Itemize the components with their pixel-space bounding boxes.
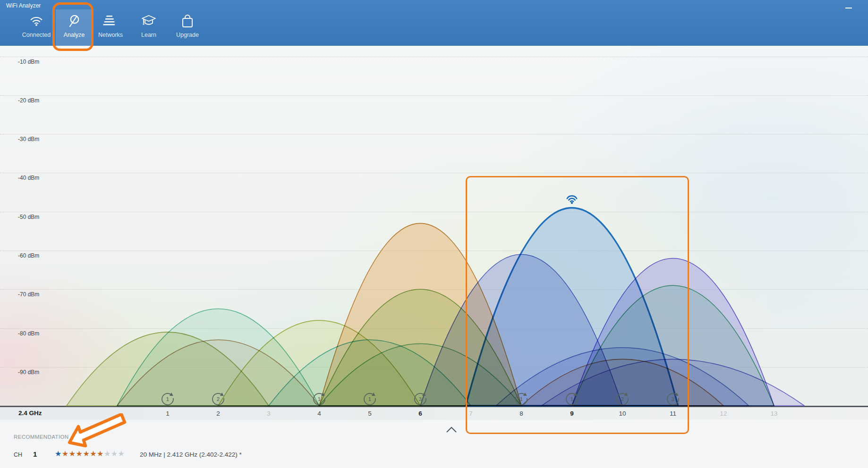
channel-number: 4 bbox=[317, 410, 321, 417]
gridline bbox=[0, 289, 868, 290]
channel-number: 12 bbox=[720, 410, 727, 417]
y-tick-label: -90 dBm bbox=[18, 369, 39, 376]
minimize-button[interactable] bbox=[842, 4, 855, 12]
channel-number: 3 bbox=[267, 410, 271, 417]
gridline bbox=[0, 95, 868, 96]
channel-label: CH bbox=[14, 451, 22, 458]
y-tick-label: -10 dBm bbox=[18, 58, 39, 65]
y-tick-label: -50 dBm bbox=[18, 214, 39, 220]
networks-icon bbox=[103, 14, 118, 26]
tab-learn[interactable]: Learn bbox=[130, 9, 167, 46]
tab-label: Networks bbox=[98, 32, 123, 38]
tab-networks[interactable]: Networks bbox=[92, 9, 129, 46]
y-tick-label: -70 dBm bbox=[18, 291, 39, 298]
channel-number: 2 bbox=[216, 410, 220, 417]
gridline bbox=[0, 134, 868, 134]
channel-number: 1 bbox=[166, 410, 170, 417]
recommendation-details: 20 MHz | 2.412 GHz (2.402-2.422) * bbox=[140, 451, 242, 458]
band-label: 2.4 GHz bbox=[18, 410, 42, 417]
tab-connected[interactable]: Connected bbox=[18, 9, 55, 46]
wifi-icon bbox=[29, 14, 44, 26]
channel-number: 13 bbox=[770, 410, 777, 417]
learn-graduation-cap-icon bbox=[141, 14, 157, 27]
gridline bbox=[0, 212, 868, 212]
gridline bbox=[0, 173, 868, 173]
gridline bbox=[0, 328, 868, 329]
tab-upgrade[interactable]: Upgrade bbox=[169, 9, 206, 46]
spectrum-chart: -10 dBm -20 dBm -30 dBm -40 dBm -50 dBm … bbox=[0, 46, 868, 406]
channel-number: 5 bbox=[368, 410, 372, 417]
y-tick-label: -40 dBm bbox=[18, 175, 39, 181]
analyze-tab-highlight-ring bbox=[52, 2, 94, 51]
y-tick-label: -60 dBm bbox=[18, 252, 39, 259]
y-tick-label: -20 dBm bbox=[18, 97, 39, 104]
channel-selection-box bbox=[466, 176, 689, 434]
gridline bbox=[0, 57, 868, 57]
y-tick-label: -80 dBm bbox=[18, 330, 39, 337]
wifi-analyzer-window: { "window": { "app_title": "WiFi Analyze… bbox=[0, 0, 868, 468]
y-tick-label: -30 dBm bbox=[18, 136, 39, 142]
recommendation-heading: RECOMMENDATION bbox=[14, 434, 69, 440]
tab-label: Upgrade bbox=[176, 32, 199, 38]
annotation-arrow-icon bbox=[64, 413, 135, 451]
title-nav-bar: WiFi Analyzer Connected Analyze Networks bbox=[0, 0, 868, 46]
upgrade-shopping-bag-icon bbox=[180, 14, 195, 28]
channel-number: 6 bbox=[418, 410, 422, 417]
gridline bbox=[0, 367, 868, 368]
tab-label: Learn bbox=[141, 32, 156, 38]
collapse-chevron-icon[interactable] bbox=[446, 426, 457, 434]
star-icon: ★ bbox=[55, 450, 62, 458]
recommended-channel-value: 1 bbox=[33, 450, 37, 458]
app-title: WiFi Analyzer bbox=[6, 2, 41, 9]
tab-label: Connected bbox=[22, 32, 51, 38]
gridline bbox=[0, 251, 868, 251]
